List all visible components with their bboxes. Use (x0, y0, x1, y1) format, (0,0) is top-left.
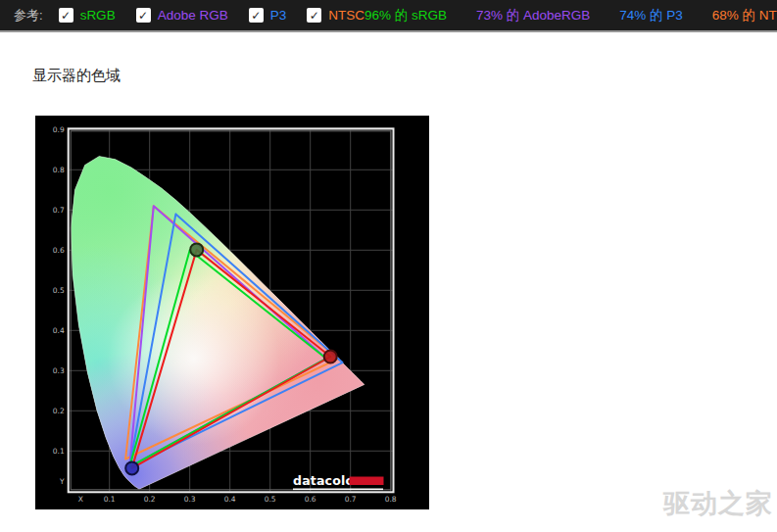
y-tick-label: 0.4 (53, 326, 65, 335)
section-title: 显示器的色域 (32, 67, 121, 85)
datacolor-logo: datacolor (293, 473, 384, 490)
y-tick-label: 0.3 (53, 366, 65, 375)
y-tick-label: 0.9 (53, 125, 65, 134)
checkbox-p3[interactable]: ✓ P3 (249, 8, 287, 23)
spectral-locus-fill (35, 116, 429, 509)
checkbox-checked-icon[interactable]: ✓ (307, 8, 321, 23)
checkbox-label-adobe-rgb: Adobe RGB (158, 8, 228, 23)
checkbox-label-p3: P3 (270, 8, 287, 23)
checkbox-adobe-rgb[interactable]: ✓ Adobe RGB (136, 8, 228, 23)
checkbox-checked-icon[interactable]: ✓ (59, 8, 73, 23)
primary-marker-blue (125, 461, 138, 474)
checkbox-label-ntsc: NTSC (328, 8, 364, 23)
y-tick-label: 0.5 (53, 286, 65, 295)
x-axis-label: X (78, 495, 83, 504)
y-tick-label: 0.8 (53, 166, 65, 174)
x-tick-label: 0.8 (385, 495, 397, 504)
x-tick-label: 0.4 (224, 495, 236, 504)
primary-marker-green (190, 243, 203, 256)
gamut-checkbox-groups: ✓ sRGB ✓ Adobe RGB ✓ P3 ✓ NTSC (59, 8, 364, 23)
y-axis-label: Y (59, 477, 65, 486)
stat-adobergb: 73% 的 AdobeRGB (476, 7, 590, 24)
primary-marker-red (324, 351, 337, 363)
x-tick-labels: X0.10.20.30.40.50.60.70.8 (78, 495, 397, 504)
x-tick-label: 0.6 (305, 495, 316, 504)
stat-ntsc: 68% 的 NTSC (712, 7, 777, 24)
checkbox-checked-icon[interactable]: ✓ (136, 8, 151, 23)
gamut-chart-image: X0.10.20.30.40.50.60.70.8Y0.10.20.30.40.… (35, 116, 429, 509)
checkbox-ntsc[interactable]: ✓ NTSC (307, 8, 364, 23)
datacolor-logo-red-bar (350, 477, 384, 486)
site-watermark: 驱动之家 (663, 486, 773, 521)
x-tick-label: 0.2 (144, 495, 156, 504)
page: 参考: ✓ sRGB ✓ Adobe RGB ✓ P3 ✓ NTSC 96% 的… (0, 0, 777, 532)
stat-p3: 74% 的 P3 (619, 7, 683, 24)
x-tick-label: 0.5 (265, 495, 276, 504)
x-tick-label: 0.1 (104, 495, 116, 504)
reference-toolbar: 参考: ✓ sRGB ✓ Adobe RGB ✓ P3 ✓ NTSC 96% 的… (0, 0, 777, 32)
checkbox-checked-icon[interactable]: ✓ (249, 8, 264, 23)
checkbox-label-srgb: sRGB (80, 8, 116, 23)
coverage-stats: 96% 的 sRGB 73% 的 AdobeRGB 74% 的 P3 68% 的… (364, 7, 777, 24)
y-tick-labels: Y0.10.20.30.40.50.60.70.80.9 (53, 125, 65, 487)
checkbox-srgb[interactable]: ✓ sRGB (59, 8, 116, 23)
x-tick-label: 0.3 (184, 495, 196, 504)
reference-label: 参考: (14, 7, 43, 24)
y-tick-label: 0.1 (53, 447, 65, 456)
y-tick-label: 0.6 (53, 246, 65, 255)
stat-srgb: 96% 的 sRGB (364, 7, 447, 24)
y-tick-label: 0.7 (53, 206, 65, 215)
gamut-svg: X0.10.20.30.40.50.60.70.8Y0.10.20.30.40.… (35, 116, 429, 509)
x-tick-label: 0.7 (345, 495, 357, 504)
y-tick-label: 0.2 (53, 407, 65, 415)
datacolor-logo-underline (293, 489, 383, 491)
